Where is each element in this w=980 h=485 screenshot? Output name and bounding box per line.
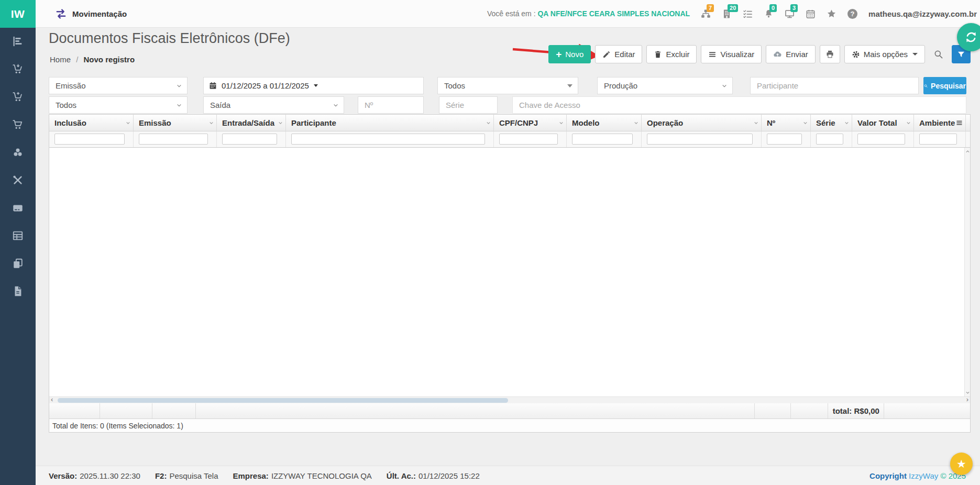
column-header-numero[interactable]: Nº [762, 115, 811, 131]
scroll-down-icon[interactable] [965, 390, 970, 395]
user-email[interactable]: matheus.qa@izzyway.com.br [868, 9, 977, 18]
column-header-operacao[interactable]: Operação [642, 115, 762, 131]
filter-modelo-select[interactable]: Todos [49, 96, 188, 114]
grid-filter-input-inclusao[interactable] [54, 134, 125, 145]
grid-filter-input-ambiente[interactable] [919, 134, 957, 145]
horizontal-scroll-thumb[interactable] [58, 398, 508, 403]
column-header-participante[interactable]: Participante [286, 115, 494, 131]
enviar-button[interactable]: Enviar [766, 45, 816, 63]
statusbar-versao: Versão:2025.11.30 22:30 [49, 471, 140, 480]
sidebar-item-servicos[interactable] [8, 174, 27, 186]
topbar-help-button[interactable]: ? [847, 9, 857, 19]
scroll-up-icon[interactable] [965, 149, 970, 154]
filter-direcao-select[interactable]: Saída [203, 96, 344, 114]
chave-acesso-input[interactable] [513, 97, 966, 113]
vertical-scrollbar[interactable] [964, 148, 970, 396]
chevron-down-icon[interactable] [278, 120, 283, 126]
filter-ambiente-select[interactable]: Produção [597, 77, 733, 94]
scroll-left-icon[interactable]: ‹ [51, 396, 53, 403]
numero-input[interactable] [358, 97, 423, 113]
column-menu-icon[interactable] [955, 119, 963, 127]
sidebar-item-carrinho[interactable] [8, 118, 27, 131]
filter-date-range-button[interactable]: 01/12/2025 a 01/12/2025 [203, 77, 424, 94]
chevron-down-icon[interactable] [125, 120, 131, 126]
print-button[interactable] [820, 45, 840, 63]
grid-filter-operacao [642, 131, 762, 147]
monitor-badge: 3 [790, 4, 798, 12]
chevron-down-icon[interactable] [486, 120, 491, 126]
empresa-label: Empresa: [233, 471, 269, 480]
favorites-fab-button[interactable]: ★ [950, 453, 973, 475]
grid-filter-input-emissao[interactable] [139, 134, 208, 145]
participante-input[interactable] [751, 78, 918, 94]
horizontal-scrollbar[interactable]: ‹ › [49, 396, 970, 403]
column-header-ambiente[interactable]: Ambiente [914, 115, 966, 131]
module-menu[interactable]: Movimentação [54, 8, 127, 20]
bar-chart-icon [12, 36, 24, 47]
grid-filter-input-valor-total[interactable] [857, 134, 905, 145]
sidebar-item-estoque[interactable] [8, 146, 27, 159]
grid-filter-row [49, 131, 970, 148]
grid-body-empty [49, 148, 970, 396]
grid-filter-input-cpf-cnpj[interactable] [499, 134, 558, 145]
visualizar-button[interactable]: Visualizar [701, 45, 762, 63]
scroll-right-icon[interactable]: › [966, 396, 968, 403]
company-badge: 20 [728, 4, 738, 12]
column-header-emissao[interactable]: Emissão [134, 115, 217, 131]
topbar-sitemap-button[interactable]: 7 [701, 9, 711, 19]
chevron-down-icon[interactable] [633, 120, 639, 126]
column-header-modelo[interactable]: Modelo [567, 115, 642, 131]
versao-label: Versão: [49, 471, 77, 480]
column-header-cpf-cnpj[interactable]: CPF/CNPJ [494, 115, 567, 131]
sidebar-item-tabelas[interactable] [8, 229, 27, 242]
filter-serie-field [439, 96, 498, 114]
grid-filter-input-entrada-saida[interactable] [222, 134, 277, 145]
sidebar-item-documentos[interactable] [8, 257, 27, 270]
location-link[interactable]: QA NFE/NFCE CEARA SIMPLES NACIONAL [537, 9, 690, 18]
app-logo[interactable]: IW [0, 0, 36, 28]
grid-filter-input-modelo[interactable] [572, 134, 633, 145]
chevron-down-icon [176, 102, 182, 108]
topbar-favorites-button[interactable] [827, 9, 836, 19]
serie-input[interactable] [439, 97, 497, 113]
chevron-down-icon [176, 83, 182, 89]
sidebar-item-fiscal[interactable] [8, 285, 27, 297]
novo-button[interactable]: + Novo [548, 45, 591, 63]
column-header-valor-total[interactable]: Valor Total [852, 115, 914, 131]
chevron-down-icon[interactable] [208, 120, 214, 126]
sidebar-item-compras[interactable] [8, 63, 27, 75]
grid-filter-input-numero[interactable] [767, 134, 802, 145]
grid-filter-input-operacao[interactable] [647, 134, 753, 145]
sidebar-item-dashboard[interactable] [8, 35, 27, 48]
footer-cell [100, 403, 152, 418]
topbar-tasks-button[interactable] [743, 9, 753, 19]
filter-status-select[interactable]: Todos [437, 77, 578, 94]
column-header-entrada-saida[interactable]: Entrada/Saída [217, 115, 286, 131]
sidebar-item-financeiro[interactable] [8, 202, 27, 214]
editar-button[interactable]: Editar [595, 45, 642, 63]
breadcrumb-home[interactable]: Home [50, 55, 71, 64]
chevron-down-icon[interactable] [753, 120, 759, 126]
sidebar-item-vendas[interactable] [8, 91, 27, 103]
funnel-icon [957, 50, 965, 59]
copyright-brand-link[interactable]: IzzyWay [909, 471, 938, 480]
chevron-down-icon[interactable] [844, 120, 850, 126]
topbar-notifications-button[interactable]: 0 [764, 9, 774, 19]
chevron-down-icon[interactable] [802, 120, 808, 126]
topbar-calendar-button[interactable] [806, 9, 816, 19]
filter-tipo-data-select[interactable]: Emissão [49, 77, 188, 94]
topbar-monitor-button[interactable]: 3 [785, 9, 795, 19]
chevron-down-icon[interactable] [906, 120, 911, 126]
topbar-company-button[interactable]: 20 [722, 9, 732, 19]
pencil-icon [602, 50, 611, 59]
column-header-serie[interactable]: Série [811, 115, 852, 131]
cloud-upload-icon [773, 50, 782, 59]
grid-filter-input-participante[interactable] [291, 134, 485, 145]
chevron-down-icon[interactable] [558, 120, 564, 126]
mais-opcoes-button[interactable]: Mais opções [844, 45, 925, 63]
column-header-inclusao[interactable]: Inclusão [49, 115, 134, 131]
search-toggle-button[interactable] [929, 45, 948, 63]
grid-filter-input-serie[interactable] [816, 134, 843, 145]
pesquisar-button[interactable]: Pesquisar [923, 77, 966, 94]
excluir-button[interactable]: Excluir [646, 45, 697, 63]
